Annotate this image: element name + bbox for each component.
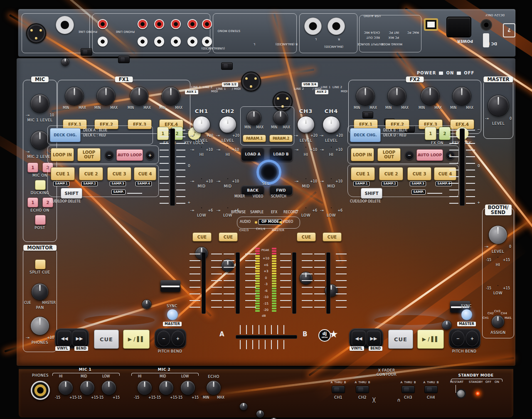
front-mic2-low-knob-dial[interactable]	[181, 381, 195, 395]
rca-in-r[interactable]	[171, 19, 181, 29]
pitch-fader-right[interactable]	[460, 129, 464, 205]
ch1-mid-knob[interactable]: -∞+10MID	[190, 179, 213, 188]
browse-knob[interactable]	[240, 403, 247, 410]
play-pause-button-left[interactable]: ▶ / ▌▌	[123, 330, 150, 349]
fx-on-2-button-right[interactable]: 2	[439, 127, 451, 140]
deck-left-chg-button[interactable]: DECK CHG.	[50, 128, 81, 142]
restart-button[interactable]	[457, 390, 465, 397]
crossfader[interactable]	[236, 335, 297, 338]
ch4-hi-knob[interactable]: -∞+10HI	[320, 147, 342, 157]
mic2-level-knob-dial[interactable]	[31, 131, 49, 149]
front-mic1-low-knob-dial[interactable]	[102, 381, 116, 395]
rca-in-l[interactable]	[98, 37, 108, 47]
fx1-knob-4[interactable]: MINMAX	[159, 87, 182, 110]
rear-trim-pot[interactable]	[62, 58, 69, 66]
post-button[interactable]	[35, 215, 46, 225]
fx2-knob-2-dial[interactable]	[388, 87, 406, 105]
hot-cue-4-left[interactable]: CUE 4	[134, 167, 156, 180]
mic1-on-button[interactable]: 1	[27, 163, 38, 173]
cue-button-left[interactable]: CUE	[94, 330, 119, 349]
ch3-fader[interactable]	[293, 253, 296, 313]
fx1-knob-3[interactable]: MINMAX	[128, 87, 151, 110]
rca-in-r[interactable]	[98, 19, 108, 29]
master-level-knob[interactable]: -∞0LEVEL	[485, 95, 512, 126]
loop-half-button-left[interactable]: −	[105, 150, 114, 160]
master-level-knob-dial[interactable]	[488, 95, 509, 116]
auto-loop-button-left[interactable]: AUTO LOOP	[116, 149, 143, 161]
ch4-cue-button[interactable]: CUE	[323, 232, 342, 242]
ch3-cue-button[interactable]: CUE	[297, 232, 316, 242]
ch2-thru-switch[interactable]	[356, 386, 369, 393]
ch1-hi-knob[interactable]: -∞+10HI	[190, 147, 213, 157]
fx2-knob-4[interactable]: MINMAX	[450, 87, 473, 110]
ch1-fader[interactable]	[202, 253, 205, 313]
booth-hi-knob[interactable]: -15+15HI	[486, 257, 510, 267]
loop-in-button-right[interactable]: LOOP IN	[351, 148, 374, 161]
samp-vol-knob-right[interactable]	[442, 320, 451, 330]
fx1-knob-2-dial[interactable]	[97, 87, 115, 105]
booth-out-r[interactable]	[328, 17, 345, 35]
booth-out-l[interactable]	[304, 17, 322, 35]
fx1-knob-1[interactable]: MINMAX	[63, 87, 86, 110]
loop-out-button-right[interactable]: LOOP OUT	[377, 148, 401, 161]
fx1-knob-3-dial[interactable]	[130, 87, 148, 105]
ch2-level-knob-dial[interactable]	[219, 116, 236, 133]
front-mic2-low-knob[interactable]: -15+15	[177, 381, 199, 399]
fx-on-1-button-right[interactable]: 1	[425, 127, 436, 140]
ch4-fader[interactable]	[327, 253, 330, 313]
front-mic1-hi-knob-dial[interactable]	[59, 381, 73, 395]
pitch-bend-minus-right[interactable]: −	[451, 330, 465, 346]
front-mic1-mid-knob[interactable]: -15+15	[76, 381, 98, 399]
hot-cue-1-left[interactable]: CUE 1	[51, 167, 75, 180]
rew-button-left[interactable]: ◀◀	[57, 330, 71, 346]
stereo-mono-switch[interactable]	[221, 62, 233, 70]
front-mic2-mid-knob[interactable]: -15+15	[155, 381, 177, 399]
hot-cue-3-right[interactable]: CUE 3	[407, 167, 431, 180]
shift-button-right[interactable]: SHIFT	[361, 188, 382, 199]
rca-in-r[interactable]	[187, 19, 197, 29]
ch4-level-knob[interactable]: -∞+20LEVEL	[320, 116, 343, 143]
ch2-cue-button[interactable]: CUE	[219, 232, 238, 242]
shift-button-left[interactable]: SHIFT	[61, 188, 82, 199]
auto-loop-button-right[interactable]: AUTO LOOP	[416, 149, 443, 161]
hot-cue-2-left[interactable]: CUE 2	[79, 167, 103, 180]
ch1-thru-switch[interactable]	[332, 386, 345, 393]
fx2-knob-1-dial[interactable]	[356, 87, 374, 105]
ch3-mid-knob[interactable]: -∞+10MID	[295, 179, 317, 188]
param2-knob-dial[interactable]	[273, 111, 288, 125]
ch1-cue-button[interactable]: CUE	[192, 232, 212, 242]
front-echo-knob[interactable]: MINMAX	[203, 381, 224, 399]
booth-level-knob-dial[interactable]	[489, 226, 507, 244]
mic1-level-knob-dial[interactable]	[31, 94, 49, 113]
fx1-knob-2[interactable]: MINMAX	[94, 87, 118, 110]
op-mode-switch[interactable]: OP MODE	[259, 219, 282, 225]
ch1-level-knob[interactable]: -∞+20LEVEL	[190, 116, 213, 143]
front-mic1-mid-knob-dial[interactable]	[80, 381, 94, 395]
front-mic2-hi-knob-dial[interactable]	[138, 381, 152, 395]
ch3-level-knob-dial[interactable]	[298, 116, 314, 133]
loop-in-button-left[interactable]: LOOP IN	[51, 148, 74, 161]
assign-knob[interactable]	[492, 315, 504, 328]
pitch-fader-cap-left[interactable]	[160, 280, 180, 292]
loop-double-button-left[interactable]: +	[145, 150, 155, 160]
cue-button-right[interactable]: CUE	[388, 330, 413, 349]
pitch-bend-plus-right[interactable]: +	[466, 330, 479, 346]
mic1-level-knob[interactable]: -∞10MIC 1 LEVEL	[26, 94, 54, 122]
monitor-phones-knob-dial[interactable]	[31, 317, 49, 335]
phono-line-switch-2[interactable]	[118, 56, 130, 63]
load-b-button[interactable]: LOAD B	[269, 147, 293, 161]
fx2-knob-3[interactable]: MINMAX	[419, 87, 442, 110]
front-echo-knob-dial[interactable]	[207, 381, 221, 395]
param1-knob-dial[interactable]	[247, 111, 261, 125]
load-a-button[interactable]: LOAD A	[241, 147, 264, 161]
rca-in-l[interactable]	[171, 37, 181, 47]
samp-vol-knob-left[interactable]	[142, 300, 151, 309]
rca-in-l[interactable]	[138, 37, 148, 47]
ducking-button[interactable]	[35, 180, 46, 190]
pitch-bend-minus-left[interactable]: −	[157, 330, 170, 346]
fx2-knob-2[interactable]: MINMAX	[385, 87, 409, 110]
rca-in-l[interactable]	[187, 37, 197, 47]
usb-b-port[interactable]	[424, 18, 438, 31]
play-pause-button-right[interactable]: ▶ / ▌▌	[417, 330, 444, 349]
ch1-level-knob-dial[interactable]	[193, 116, 210, 133]
